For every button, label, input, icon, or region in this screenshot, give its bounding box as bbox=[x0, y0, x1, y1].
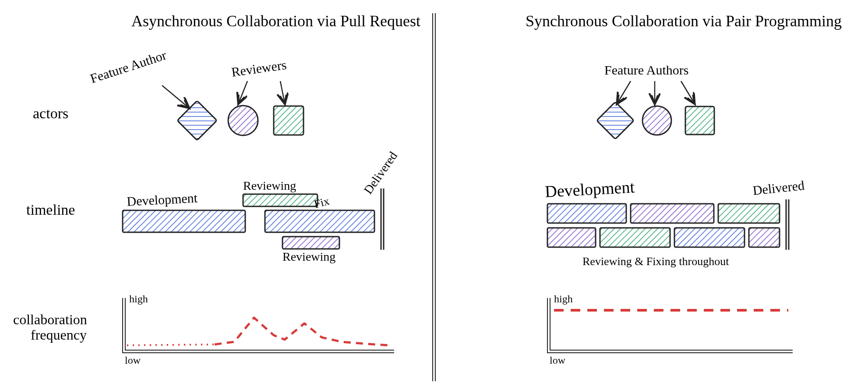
actor-reviewer1-icon bbox=[228, 106, 258, 135]
left-collab-chart: high low bbox=[123, 293, 394, 366]
left-actors: Feature Author Reviewers bbox=[88, 47, 303, 140]
row-label-timeline: timeline bbox=[26, 202, 75, 218]
right-bar-r2c3 bbox=[674, 228, 745, 247]
right-actors: Feature Authors bbox=[597, 63, 714, 139]
row-label-collab1: collaboration bbox=[13, 312, 87, 327]
left-tl-dev-label: Development bbox=[127, 191, 198, 209]
label-reviewers: Reviewers bbox=[230, 57, 287, 79]
right-bar-r2c1 bbox=[547, 228, 596, 247]
left-chart-high: high bbox=[129, 293, 148, 305]
actor-author3-icon bbox=[685, 106, 714, 135]
right-bar-r2c4 bbox=[749, 228, 780, 247]
svg-rect-8 bbox=[597, 102, 634, 139]
right-timeline: Development Delivered Reviewing & Fixing… bbox=[544, 177, 805, 268]
right-bar-r1c2 bbox=[631, 204, 714, 223]
divider bbox=[433, 13, 435, 381]
actor-author1-icon bbox=[597, 102, 634, 139]
actor-author2-icon bbox=[642, 106, 671, 135]
right-bar-r2c2 bbox=[600, 228, 670, 247]
right-bar-r1c1 bbox=[547, 204, 626, 223]
svg-rect-5 bbox=[177, 101, 217, 141]
right-bar-r1c3 bbox=[718, 204, 780, 223]
diagram-canvas: actors timeline collaboration frequency … bbox=[0, 0, 868, 390]
left-tl-rev1-bar bbox=[243, 194, 318, 206]
row-label-collab2: frequency bbox=[31, 327, 87, 343]
right-tl-note: Reviewing & Fixing throughout bbox=[582, 255, 729, 268]
left-tl-fix-bar bbox=[265, 210, 374, 232]
left-chart-low: low bbox=[125, 355, 141, 366]
left-tl-dev-bar bbox=[123, 210, 245, 232]
left-tl-rev2-label: Reviewing bbox=[282, 250, 335, 263]
actor-author-icon bbox=[177, 101, 217, 141]
left-timeline: Development Reviewing Fix Reviewing Deli… bbox=[123, 149, 400, 263]
actor-reviewer2-icon bbox=[274, 106, 303, 135]
right-collab-chart: high low bbox=[547, 293, 793, 366]
row-label-actors: actors bbox=[33, 105, 68, 121]
right-chart-high: high bbox=[554, 293, 573, 305]
right-title: Synchronous Collaboration via Pair Progr… bbox=[526, 12, 842, 30]
left-title: Asynchronous Collaboration via Pull Requ… bbox=[131, 12, 420, 30]
right-tl-dev-label: Development bbox=[544, 177, 635, 201]
left-tl-rev1-label: Reviewing bbox=[243, 179, 296, 192]
label-feature-authors: Feature Authors bbox=[604, 63, 688, 77]
label-feature-author: Feature Author bbox=[88, 47, 168, 85]
right-tl-delivered: Delivered bbox=[752, 178, 805, 198]
right-chart-low: low bbox=[550, 355, 566, 366]
left-tl-rev2-bar bbox=[282, 237, 339, 249]
